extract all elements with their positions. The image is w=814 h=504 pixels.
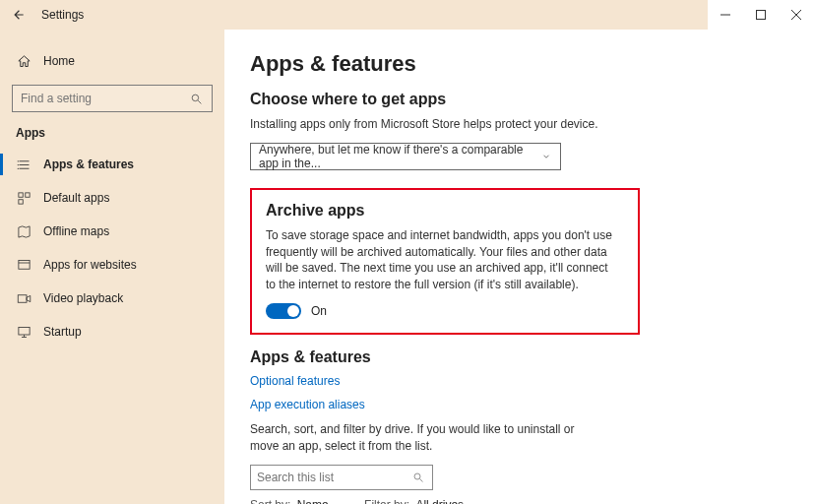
svg-line-5: [198, 100, 201, 103]
minimize-button[interactable]: [708, 0, 743, 30]
sidebar-item-startup[interactable]: Startup: [0, 315, 224, 348]
svg-point-10: [17, 163, 18, 164]
svg-point-9: [17, 160, 18, 161]
content-area: Apps & features Choose where to get apps…: [224, 30, 814, 504]
home-icon: [16, 53, 31, 69]
app-execution-aliases-link[interactable]: App execution aliases: [250, 398, 788, 411]
sidebar-item-label: Offline maps: [43, 224, 109, 238]
search-icon: [410, 470, 426, 485]
sidebar-item-offline-maps[interactable]: Offline maps: [0, 215, 224, 248]
svg-point-21: [414, 473, 420, 479]
close-button[interactable]: [779, 0, 814, 30]
svg-rect-12: [18, 192, 22, 196]
archive-apps-toggle[interactable]: [266, 303, 301, 319]
archive-apps-heading: Archive apps: [266, 202, 624, 220]
chevron-down-icon: [538, 149, 554, 164]
maximize-icon: [756, 10, 766, 20]
sort-by-dropdown[interactable]: Sort by: Name: [250, 498, 343, 504]
optional-features-link[interactable]: Optional features: [250, 374, 788, 388]
sidebar-item-label: Startup: [43, 325, 82, 339]
filter-by-dropdown[interactable]: Filter by: All drives: [364, 498, 477, 504]
video-icon: [16, 290, 31, 306]
svg-point-4: [192, 94, 199, 101]
svg-rect-15: [18, 260, 29, 269]
sidebar-item-label: Apps & features: [43, 158, 134, 171]
startup-icon: [16, 324, 31, 340]
sidebar-item-apps-for-websites[interactable]: Apps for websites: [0, 248, 224, 282]
sort-filter-row: Sort by: Name Filter by: All drives: [250, 498, 788, 504]
back-button[interactable]: [10, 6, 28, 24]
sidebar-item-label: Default apps: [43, 191, 109, 205]
sidebar-category: Apps: [0, 126, 224, 148]
window-title: Settings: [41, 8, 84, 22]
minimize-icon: [720, 10, 730, 20]
close-icon: [791, 10, 801, 20]
svg-rect-14: [18, 199, 22, 203]
home-label: Home: [43, 54, 75, 68]
sidebar-item-label: Video playback: [43, 291, 123, 305]
window-buttons: [708, 0, 814, 30]
sidebar-item-default-apps[interactable]: Default apps: [0, 181, 224, 215]
sidebar-item-video-playback[interactable]: Video playback: [0, 282, 224, 315]
svg-rect-18: [18, 327, 29, 335]
choose-where-heading: Choose where to get apps: [250, 91, 788, 108]
archive-apps-highlight: Archive apps To save storage space and i…: [250, 188, 640, 335]
sidebar-item-label: Apps for websites: [43, 258, 137, 272]
sidebar-nav: Apps & features Default apps Offline map…: [0, 148, 224, 348]
default-apps-icon: [16, 190, 31, 206]
arrow-left-icon: [12, 8, 26, 22]
apps-features-desc: Search, sort, and filter by drive. If yo…: [250, 421, 604, 455]
app-source-dropdown[interactable]: Anywhere, but let me know if there's a c…: [250, 143, 561, 170]
list-icon: [16, 157, 31, 172]
sidebar: Home Apps Apps & features Default apps O…: [0, 30, 224, 504]
svg-rect-1: [757, 11, 766, 20]
svg-point-11: [17, 167, 18, 168]
sidebar-search[interactable]: [12, 85, 213, 112]
titlebar: Settings: [0, 0, 814, 30]
apps-search-box[interactable]: [250, 465, 433, 490]
page-title: Apps & features: [250, 51, 788, 77]
home-nav[interactable]: Home: [0, 47, 224, 75]
sidebar-search-input[interactable]: [21, 92, 182, 105]
window-icon: [16, 257, 31, 273]
svg-rect-17: [18, 294, 27, 302]
app-source-value: Anywhere, but let me know if there's a c…: [259, 143, 538, 170]
sidebar-item-apps-features[interactable]: Apps & features: [0, 148, 224, 181]
choose-where-desc: Installing apps only from Microsoft Stor…: [250, 116, 788, 133]
apps-search-input[interactable]: [257, 471, 405, 484]
maximize-button[interactable]: [743, 0, 779, 30]
archive-toggle-label: On: [311, 304, 327, 318]
svg-line-22: [420, 478, 423, 481]
svg-rect-13: [25, 192, 29, 196]
map-icon: [16, 223, 31, 239]
search-icon: [188, 91, 204, 106]
archive-apps-desc: To save storage space and internet bandw…: [266, 227, 620, 293]
apps-features-heading: Apps & features: [250, 348, 788, 366]
